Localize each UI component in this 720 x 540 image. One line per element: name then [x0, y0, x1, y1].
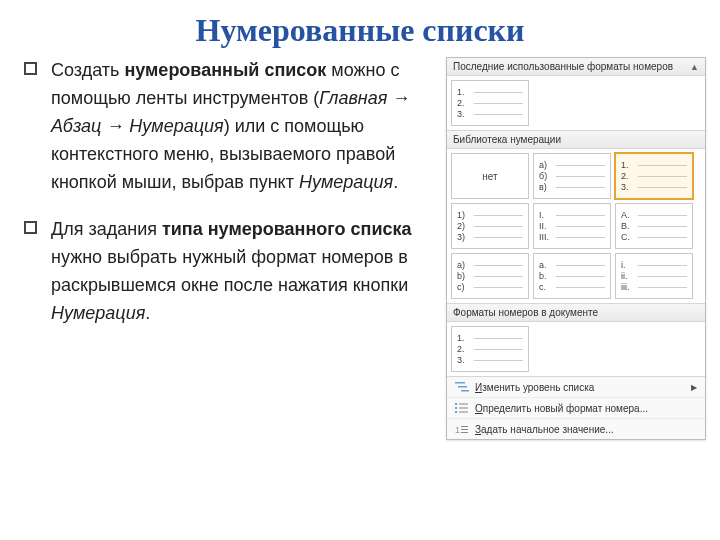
svg-rect-12	[461, 432, 468, 433]
bullet-text-1: Создать нумерованный список можно с помо…	[51, 57, 412, 196]
svg-rect-10	[461, 426, 468, 427]
bullet-item: Создать нумерованный список можно с помо…	[24, 57, 412, 196]
number-format-tile[interactable]: a)b)c)	[451, 253, 529, 299]
collapse-icon[interactable]: ▲	[690, 62, 699, 72]
bullet-marker-icon	[24, 221, 37, 234]
panel-footer: Изменить уровень списка ▶ Определить нов…	[447, 376, 705, 439]
change-list-level[interactable]: Изменить уровень списка ▶	[447, 377, 705, 398]
indoc-grid: 1.2.3.	[447, 322, 705, 376]
svg-rect-2	[461, 390, 469, 392]
start-value-icon: 1	[455, 423, 469, 435]
numbering-gallery-panel: Последние использованные форматы номеров…	[446, 57, 706, 440]
bullet-text-2: Для задания типа нумерованного списка ну…	[51, 216, 412, 328]
number-format-none-tile[interactable]: нет	[451, 153, 529, 199]
svg-rect-5	[455, 407, 457, 409]
number-format-tile[interactable]: A.B.C.	[615, 203, 693, 249]
svg-rect-7	[455, 411, 457, 413]
section-title: Последние использованные форматы номеров	[453, 61, 673, 72]
number-format-tile[interactable]: 1)2)3)	[451, 203, 529, 249]
recent-grid: 1.2.3.	[447, 76, 705, 130]
section-header-recent: Последние использованные форматы номеров…	[447, 58, 705, 76]
text-column: Создать нумерованный список можно с помо…	[0, 57, 420, 348]
define-new-format[interactable]: Определить новый формат номера...	[447, 398, 705, 419]
svg-rect-3	[455, 403, 457, 405]
section-header-library: Библиотека нумерации	[447, 130, 705, 149]
chevron-right-icon: ▶	[691, 383, 697, 392]
section-header-indoc: Форматы номеров в документе	[447, 303, 705, 322]
list-icon	[455, 402, 469, 414]
bullet-marker-icon	[24, 62, 37, 75]
footer-label: Определить новый формат номера...	[475, 403, 648, 414]
svg-rect-4	[459, 404, 468, 405]
number-format-tile[interactable]: а)б)в)	[533, 153, 611, 199]
svg-rect-0	[455, 382, 465, 384]
number-format-tile[interactable]: i.ii.iii.	[615, 253, 693, 299]
set-start-value[interactable]: 1 Задать начальное значение...	[447, 419, 705, 439]
footer-label: Задать начальное значение...	[475, 424, 614, 435]
section-title: Библиотека нумерации	[453, 134, 561, 145]
footer-label: Изменить уровень списка	[475, 382, 594, 393]
number-format-tile[interactable]: I.II.III.	[533, 203, 611, 249]
number-format-tile[interactable]: a.b.c.	[533, 253, 611, 299]
bullet-item: Для задания типа нумерованного списка ну…	[24, 216, 412, 328]
svg-rect-11	[461, 429, 468, 430]
section-title: Форматы номеров в документе	[453, 307, 598, 318]
indent-icon	[455, 381, 469, 393]
number-format-tile-selected[interactable]: 1.2.3.	[615, 153, 693, 199]
number-format-tile[interactable]: 1.2.3.	[451, 326, 529, 372]
svg-rect-8	[459, 412, 468, 413]
slide-title: Нумерованные списки	[0, 0, 720, 57]
svg-text:1: 1	[455, 425, 460, 435]
content-row: Создать нумерованный список можно с помо…	[0, 57, 720, 440]
svg-rect-6	[459, 408, 468, 409]
library-grid: нет а)б)в) 1.2.3. 1)2)3) I.II.III. A.B.C…	[447, 149, 705, 303]
svg-rect-1	[458, 386, 467, 388]
number-format-tile[interactable]: 1.2.3.	[451, 80, 529, 126]
